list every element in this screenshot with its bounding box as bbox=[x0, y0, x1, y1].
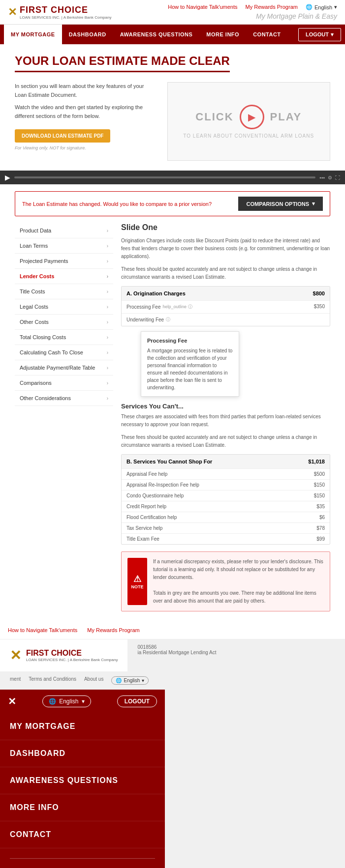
chevron-icon: › bbox=[107, 228, 108, 233]
services-table: B. Services You Cannot Shop For $1,018 A… bbox=[121, 454, 330, 545]
mobile-nav-dashboard[interactable]: DASHBOARD bbox=[0, 740, 165, 767]
chevron-down-icon-mobile: ▾ bbox=[82, 698, 85, 705]
nav-item-more-info[interactable]: MORE INFO bbox=[199, 25, 246, 44]
comparison-button[interactable]: COMPARISON OPTIONS ▾ bbox=[238, 197, 323, 211]
sidebar-item-lender-costs[interactable]: Lender Costs › bbox=[15, 269, 113, 284]
services-heading: Services You Can't... bbox=[121, 403, 330, 410]
chevron-icon: › bbox=[107, 319, 108, 325]
nav-item-contact[interactable]: CONTACT bbox=[246, 25, 287, 44]
sidebar-item-other-considerations[interactable]: Other Considerations › bbox=[15, 391, 113, 406]
footer-link-about[interactable]: About us bbox=[84, 676, 103, 685]
origination-table: A. Origination Charges $800 Processing F… bbox=[121, 286, 330, 326]
tagline: My Mortgage Plain & Easy bbox=[256, 12, 337, 20]
sidebar-item-adjustable[interactable]: Adjustable Payment/Rate Table › bbox=[15, 360, 113, 376]
note-box: ⚠ NOTE If a numerical discrepancy exists… bbox=[121, 551, 330, 611]
chevron-down-icon-footer: ▾ bbox=[142, 678, 144, 683]
sidebar-menu: Product Data › Loan Terms › Projected Pa… bbox=[15, 223, 113, 611]
logout-button[interactable]: LOGOUT ▾ bbox=[298, 28, 341, 41]
sidebar-item-product-data[interactable]: Product Data › bbox=[15, 223, 113, 238]
footer-logo: ✕ FIRST CHOICE LOAN SERVICES INC. | A Be… bbox=[0, 639, 127, 671]
top-right: How to Navigate Talk'uments My Rewards P… bbox=[168, 4, 337, 20]
nav-link-talkuments[interactable]: How to Navigate Talk'uments bbox=[168, 4, 237, 10]
footer-link-talkuments[interactable]: How to Navigate Talk'uments bbox=[8, 627, 77, 633]
services-row-title-exam: Title Exam Fee $99 bbox=[122, 533, 330, 544]
sidebar-item-cash-close[interactable]: Calculating Cash To Close › bbox=[15, 345, 113, 360]
help-outline-icon[interactable]: help_outline ⓘ bbox=[162, 304, 192, 310]
two-column-layout: Product Data › Loan Terms › Projected Pa… bbox=[15, 223, 330, 611]
mobile-nav-overlay: ✕ 🌐 English ▾ LOGOUT MY MORTGAGE DASHBOA… bbox=[0, 690, 165, 868]
fullscreen-icon[interactable]: ⛶ bbox=[335, 175, 340, 180]
nav-item-dashboard[interactable]: DASHBOARD bbox=[62, 25, 113, 44]
note-p2: Totals in grey are the amounts you owe. … bbox=[153, 589, 324, 605]
services-row-appraisal: Appraisal Fee help $500 bbox=[122, 468, 330, 479]
vc-icons: ▪▪▪ ⚙ ⛶ bbox=[319, 175, 340, 180]
mobile-nav-contact[interactable]: CONTACT bbox=[0, 821, 165, 848]
footer-info: 0018586 ia Residential Mortgage Lending … bbox=[127, 639, 345, 671]
tooltip-text: A mortgage processing fee is related to … bbox=[147, 347, 233, 391]
services-row-condo: Condo Questionnaire help $150 bbox=[122, 490, 330, 501]
help-circle-icon[interactable]: ⓘ bbox=[166, 317, 170, 323]
footer-bottom: ✕ FIRST CHOICE LOAN SERVICES INC. | A Be… bbox=[0, 639, 345, 671]
footer-link-terms[interactable]: Terms and Conditions bbox=[29, 676, 76, 685]
note-icon: ⚠ NOTE bbox=[127, 558, 147, 605]
footer-lang-selector[interactable]: 🌐 English ▾ bbox=[111, 676, 149, 685]
footer-link-ment[interactable]: ment bbox=[10, 676, 21, 685]
note-text: If a numerical discrepancy exists, pleas… bbox=[153, 558, 324, 605]
nav-item-awareness[interactable]: AWARENESS QUESTIONS bbox=[113, 25, 200, 44]
sidebar-item-projected-payments[interactable]: Projected Payments › bbox=[15, 254, 113, 269]
intro-p2: Watch the video and then get started by … bbox=[15, 103, 157, 120]
chevron-icon: › bbox=[107, 380, 108, 386]
close-mobile-menu-button[interactable]: ✕ bbox=[8, 695, 16, 707]
globe-icon: 🌐 bbox=[306, 4, 313, 10]
processing-fee-amount: $350 bbox=[314, 304, 325, 310]
alert-text: The Loan Estimate has changed. Would you… bbox=[22, 201, 212, 207]
chevron-icon: › bbox=[107, 289, 108, 294]
chevron-icon: › bbox=[107, 365, 108, 371]
chevron-icon: › bbox=[107, 396, 108, 401]
footer-link-rewards[interactable]: My Rewards Program bbox=[87, 627, 139, 633]
play-button[interactable]: ▶ bbox=[240, 105, 264, 129]
note-p1: If a numerical discrepancy exists, pleas… bbox=[153, 558, 324, 581]
slide-content: Slide One Origination Charges include co… bbox=[121, 223, 330, 611]
chevron-down-icon-comparison: ▾ bbox=[312, 201, 315, 207]
mobile-divider bbox=[10, 858, 155, 859]
nav-link-rewards[interactable]: My Rewards Program bbox=[246, 4, 298, 10]
mobile-nav-awareness[interactable]: AWARENESS QUESTIONS bbox=[0, 767, 165, 794]
settings-icon[interactable]: ⚙ bbox=[328, 175, 332, 180]
download-button[interactable]: DOWNLOAD LOAN ESTIMATE PDF bbox=[15, 129, 110, 143]
chevron-icon: › bbox=[107, 259, 108, 264]
intro-section: In section you will learn about the key … bbox=[15, 82, 330, 161]
video-controls: ▶ ▪▪▪ ⚙ ⛶ bbox=[0, 171, 345, 184]
mobile-lang-selector[interactable]: 🌐 English ▾ bbox=[42, 695, 91, 707]
chevron-icon: › bbox=[107, 304, 108, 310]
mobile-logout-button[interactable]: LOGOUT bbox=[117, 695, 157, 707]
mobile-nav-my-mortgage[interactable]: MY MORTGAGE bbox=[0, 713, 165, 740]
footer-links: ment Terms and Conditions About us 🌐 Eng… bbox=[0, 671, 345, 690]
slide-p2: These fees should be quoted accurately a… bbox=[121, 265, 330, 281]
vc-play-icon[interactable]: ▶ bbox=[5, 174, 10, 181]
language-selector[interactable]: 🌐 English ▾ bbox=[306, 4, 337, 10]
sidebar-item-other-costs[interactable]: Other Costs › bbox=[15, 315, 113, 330]
sidebar-item-loan-terms[interactable]: Loan Terms › bbox=[15, 238, 113, 254]
services-header: B. Services You Cannot Shop For $1,018 bbox=[122, 455, 330, 468]
click-play: CLICK ▶ PLAY bbox=[195, 105, 302, 129]
main-content: YOUR LOAN ESTIMATE MADE CLEAR In section… bbox=[0, 44, 345, 621]
chevron-icon: › bbox=[107, 274, 108, 279]
logo-text-secondary: LOAN SERVICES INC. | A Berkshire Bank Co… bbox=[20, 15, 111, 20]
mobile-nav-more-info[interactable]: MORE INFO bbox=[0, 794, 165, 821]
processing-fee-label: Processing Fee bbox=[126, 304, 160, 310]
slide-title: Slide One bbox=[121, 223, 330, 232]
fee-row-underwriting: Underwriting Fee ⓘ bbox=[122, 313, 330, 326]
nav-item-my-mortgage[interactable]: MY MORTGAGE bbox=[4, 25, 62, 44]
globe-icon-mobile: 🌐 bbox=[49, 698, 56, 705]
sidebar-item-legal-costs[interactable]: Legal Costs › bbox=[15, 299, 113, 315]
sidebar-item-total-closing[interactable]: Total Closing Costs › bbox=[15, 330, 113, 345]
origination-header: A. Origination Charges $800 bbox=[122, 287, 330, 300]
vc-progress-bar[interactable] bbox=[14, 176, 315, 178]
footer-logo-sub: LOAN SERVICES INC. | A Berkshire Bank Co… bbox=[26, 658, 118, 662]
nav-bar: MY MORTGAGE DASHBOARD AWARENESS QUESTION… bbox=[0, 25, 345, 44]
underwriting-fee-label: Underwriting Fee bbox=[126, 317, 164, 322]
intro-text: In section you will learn about the key … bbox=[15, 82, 157, 161]
sidebar-item-comparisons[interactable]: Comparisons › bbox=[15, 376, 113, 391]
sidebar-item-title-costs[interactable]: Title Costs › bbox=[15, 284, 113, 299]
